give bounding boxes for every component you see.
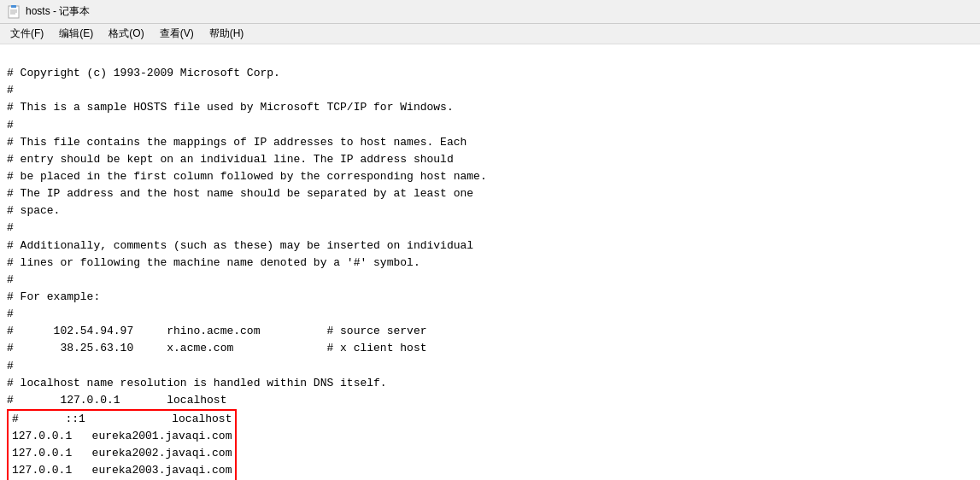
title-bar: hosts - 记事本 [0,0,980,24]
menu-view[interactable]: 查看(V) [153,25,201,43]
editor-area[interactable]: # Copyright (c) 1993-2009 Microsoft Corp… [0,44,980,480]
menu-bar: 文件(F) 编辑(E) 格式(O) 查看(V) 帮助(H) [0,24,980,44]
svg-rect-1 [11,5,16,8]
highlighted-line-0: # ::1 localhost [7,409,237,428]
window-title: hosts - 记事本 [26,4,90,19]
line-copyright: # Copyright (c) 1993-2009 Microsoft Corp… [7,67,487,407]
highlighted-block: 127.0.0.1 eureka2001.javaqi.com 127.0.0.… [7,428,237,480]
notepad-icon [7,5,21,19]
menu-format[interactable]: 格式(O) [102,25,150,43]
menu-file[interactable]: 文件(F) [3,25,50,43]
menu-edit[interactable]: 编辑(E) [52,25,100,43]
menu-help[interactable]: 帮助(H) [202,25,251,43]
